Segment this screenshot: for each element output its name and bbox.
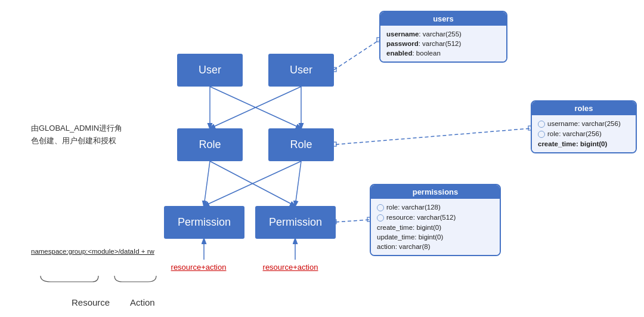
key-icon [538,121,545,128]
svg-line-5 [210,161,295,206]
resource-action-label-1: resource+action [160,263,237,272]
users-table-body: username: varchar(255) password: varchar… [380,26,506,61]
permissions-table-header: permissions [371,185,500,199]
roles-table-body: username: varchar(256) role: varchar(256… [532,115,636,152]
table-row: role: varchar(256) [538,129,630,139]
action-bottom-label: Action [130,297,155,307]
roles-table: roles username: varchar(256) role: varch… [531,100,637,153]
permission-node-2: Permission [255,206,336,239]
svg-line-11 [336,220,370,222]
svg-line-2 [210,87,301,128]
table-row: role: varchar(128) [377,202,494,213]
permissions-table-body: role: varchar(128) resource: varchar(512… [371,199,500,255]
table-row: enabled: boolean [386,48,500,58]
key-icon [377,214,384,221]
annotation-text: 由GLOBAL_ADMIN进行角色创建、用户创建和授权 [31,122,138,147]
svg-line-12 [336,128,531,144]
users-table: users username: varchar(255) password: v… [379,11,507,63]
table-row: create_time: bigint(0) [538,139,630,149]
svg-line-4 [204,161,210,206]
key-icon [377,204,384,211]
table-row: password: varchar(512) [386,39,500,48]
svg-line-7 [295,161,301,206]
permission-node-1: Permission [164,206,244,239]
table-row: resource: varchar(512) [377,213,494,223]
diagram: User User Role Role Permission Permissio… [0,0,644,317]
svg-line-1 [210,87,301,128]
user-node-1: User [177,54,243,87]
svg-line-6 [204,161,301,206]
key-icon [538,131,545,138]
table-row: update_time: bigint(0) [377,232,494,242]
role-node-2: Role [268,128,334,161]
user-node-2: User [268,54,334,87]
role-node-1: Role [177,128,243,161]
table-row: username: varchar(256) [538,119,630,129]
namespace-label: namespace:group:<module>/dataId + rw [31,248,154,255]
table-row: action: varchar(8) [377,242,494,251]
users-table-header: users [380,12,506,26]
table-row: username: varchar(255) [386,29,500,39]
svg-line-10 [334,40,379,70]
table-row: create_time: bigint(0) [377,223,494,232]
resource-bottom-label: Resource [72,297,110,307]
resource-action-label-2: resource+action [252,263,329,272]
roles-table-header: roles [532,101,636,115]
permissions-table: permissions role: varchar(128) resource:… [370,184,501,256]
